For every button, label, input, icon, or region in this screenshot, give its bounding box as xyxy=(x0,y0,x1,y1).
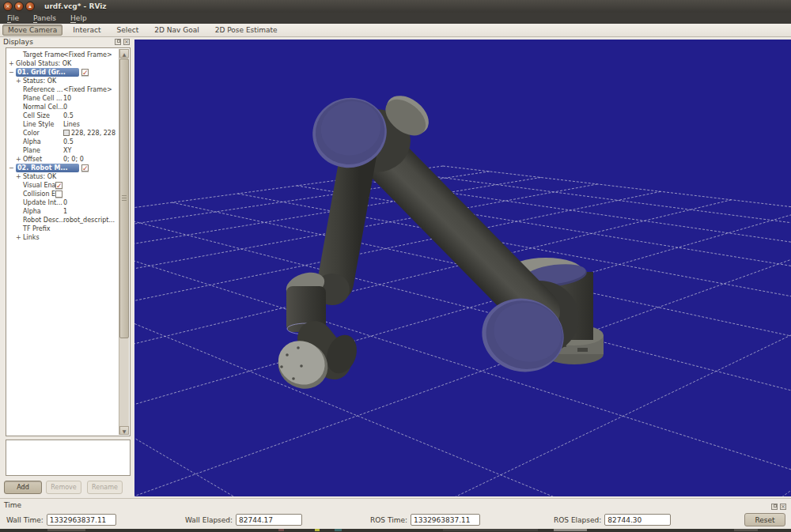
tree-row-value: <Fixed Frame> xyxy=(63,85,112,94)
tree-row-value: 0.5 xyxy=(63,138,74,146)
title-bar: × ▾ ▴ urdf.vcg* - RViz xyxy=(0,0,791,13)
close-window-icon[interactable]: × xyxy=(3,2,13,11)
tree-scrollbar[interactable]: ▲ ▼ xyxy=(119,49,129,435)
scrollbar-grip xyxy=(122,195,127,201)
tree-row[interactable]: +Status: OK xyxy=(6,172,119,181)
menu-item-help[interactable]: Help xyxy=(63,13,94,24)
collapse-icon[interactable]: − xyxy=(9,164,14,172)
time-field-label: ROS Elapsed: xyxy=(554,516,601,524)
time-panel-title: Time xyxy=(4,501,21,509)
tree-row[interactable]: TF Prefix xyxy=(6,224,119,233)
tree-row-value: robot_descript... xyxy=(63,216,115,224)
time-field-label: Wall Time: xyxy=(6,516,44,524)
tree-row[interactable]: Visual Ena...✓ xyxy=(6,181,119,190)
tree-row-value: 0; 0; 0 xyxy=(63,155,84,164)
expand-icon[interactable]: + xyxy=(16,77,21,85)
tree-row-value: 1 xyxy=(63,207,67,216)
expand-icon[interactable]: + xyxy=(9,59,14,68)
maximize-window-icon[interactable]: ▴ xyxy=(25,2,35,11)
tree-row[interactable]: Collision E... xyxy=(6,190,119,198)
tree-row[interactable]: +Status: OK xyxy=(6,77,119,85)
tree-row-label: Alpha xyxy=(23,207,41,216)
tree-row-label: Line Style xyxy=(23,120,54,129)
panel-close-icon[interactable]: × xyxy=(780,504,786,510)
panel-float-icon[interactable] xyxy=(771,504,778,510)
reset-button[interactable]: Reset xyxy=(744,513,785,526)
displays-panel-title: Displays xyxy=(3,38,33,46)
render-viewport[interactable] xyxy=(134,40,791,496)
grid-line xyxy=(134,236,791,496)
scroll-down-icon[interactable]: ▼ xyxy=(119,426,129,435)
tree-row-label: Cell Size xyxy=(23,111,50,120)
tree-row[interactable]: Reference ...<Fixed Frame> xyxy=(6,85,119,94)
panel-close-icon[interactable]: × xyxy=(123,39,130,45)
scroll-up-icon[interactable]: ▲ xyxy=(119,49,129,58)
wall-time-input[interactable]: 1332963837.11 xyxy=(47,514,116,526)
wall-elapsed-input[interactable]: 82744.17 xyxy=(236,514,302,526)
panel-float-icon[interactable] xyxy=(115,39,121,45)
color-swatch[interactable] xyxy=(63,130,70,136)
expand-icon[interactable]: + xyxy=(16,233,21,242)
checkbox-checked[interactable]: ✓ xyxy=(81,164,89,172)
collapse-icon[interactable]: − xyxy=(9,68,14,77)
tool-2d-nav-goal[interactable]: 2D Nav Goal xyxy=(149,25,204,36)
tree-row-label: Plane Cell ... xyxy=(23,94,62,103)
ros-elapsed-input[interactable]: 82744.30 xyxy=(604,514,671,526)
tree-row-label: Offset xyxy=(23,155,42,164)
checkbox-checked[interactable]: ✓ xyxy=(81,69,89,76)
tree-row-value: 228, 228, 228 xyxy=(63,129,115,138)
displays-panel: Displays × ▲ ▼ Target Frame<Fixed Frame>… xyxy=(0,37,134,498)
tree-row[interactable]: Normal Cel...0 xyxy=(6,103,119,111)
tree-row[interactable]: Robot Desc...robot_descript... xyxy=(6,216,119,224)
tree-row-value: 10 xyxy=(63,94,71,103)
tree-row[interactable]: Line StyleLines xyxy=(6,120,119,129)
tool-2d-pose-estimate[interactable]: 2D Pose Estimate xyxy=(210,25,283,36)
expand-icon[interactable]: + xyxy=(16,172,21,181)
tree-row[interactable]: Target Frame<Fixed Frame> xyxy=(6,51,119,59)
description-box xyxy=(6,440,131,476)
window-title: urdf.vcg* - RViz xyxy=(44,2,107,10)
checkbox-checked[interactable]: ✓ xyxy=(55,182,62,189)
tree-row-label: Target Frame xyxy=(23,51,64,59)
window-buttons: × ▾ ▴ xyxy=(3,2,35,11)
tree-row[interactable]: Color228, 228, 228 xyxy=(6,129,119,138)
scrollbar-thumb[interactable] xyxy=(119,58,129,338)
tree-row-label: Global Status: OK xyxy=(16,59,71,68)
tree-row[interactable]: −01. Grid (Gr...✓ xyxy=(6,68,119,77)
tool-move-camera[interactable]: Move Camera xyxy=(2,25,62,36)
tree-row[interactable]: +Offset0; 0; 0 xyxy=(6,155,119,164)
tool-select[interactable]: Select xyxy=(111,25,144,36)
tree-row[interactable]: Update Int...0 xyxy=(6,198,119,207)
displays-buttons: AddRemoveRename xyxy=(0,481,134,495)
bottom-edge-strip xyxy=(0,529,791,532)
tree-row[interactable]: PlaneXY xyxy=(6,146,119,155)
grid-line xyxy=(134,232,791,496)
tree-row-value: Lines xyxy=(63,120,80,129)
menu-bar: FilePanelsHelp xyxy=(0,13,791,24)
tool-interact[interactable]: Interact xyxy=(67,25,106,36)
checkbox-unchecked[interactable] xyxy=(55,191,62,198)
menu-item-panels[interactable]: Panels xyxy=(26,13,63,24)
tree-row-label: Normal Cel... xyxy=(23,103,64,111)
ros-time-input[interactable]: 1332963837.11 xyxy=(411,514,480,526)
tree-row-label: Reference ... xyxy=(23,85,62,94)
menu-item-file[interactable]: File xyxy=(0,13,26,24)
tree-row-label: Status: OK xyxy=(23,172,56,181)
minimize-window-icon[interactable]: ▾ xyxy=(14,2,24,11)
tree-row[interactable]: +Global Status: OK xyxy=(6,59,119,68)
tree-row-label: Links xyxy=(23,233,40,242)
tree-row-label: Plane xyxy=(23,146,40,155)
tree-row[interactable]: Alpha0.5 xyxy=(6,138,119,146)
tree-row[interactable]: +Links xyxy=(6,233,119,242)
tree-row-value: 0.5 xyxy=(63,111,74,120)
tree-row[interactable]: Plane Cell ...10 xyxy=(6,94,119,103)
expand-icon[interactable]: + xyxy=(16,155,21,164)
add-button[interactable]: Add xyxy=(4,481,42,494)
tree-row-label: Robot Desc... xyxy=(23,216,65,224)
panel-float-glyph xyxy=(774,504,777,507)
tree-row-label: Update Int... xyxy=(23,198,62,207)
grid-line xyxy=(641,262,791,496)
tree-row[interactable]: Cell Size0.5 xyxy=(6,111,119,120)
tree-row[interactable]: −02. Robot M...✓ xyxy=(6,164,119,172)
tree-row[interactable]: Alpha1 xyxy=(6,207,119,216)
